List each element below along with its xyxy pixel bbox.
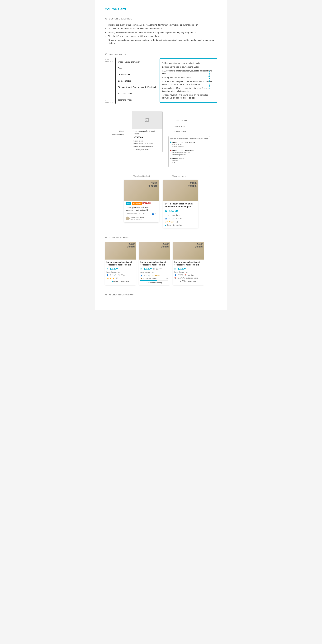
fundraising-pct: 60%: [165, 277, 168, 280]
priority-list: MOSTIMPORTANT LEASTIMPORTANT Image ( Vis…: [105, 58, 156, 104]
person-icon: 👤: [152, 213, 154, 214]
section-01-number: 01.: [105, 18, 108, 20]
info-priority-container: MOSTIMPORTANT LEASTIMPORTANT Image ( Vis…: [105, 58, 217, 104]
progress-bar-fill: [140, 280, 157, 281]
priority-item: Price: [118, 66, 156, 70]
info-type-offline: Offline Course LocationDate: [170, 157, 208, 164]
previous-version-block: [ Previous Version ] 色鉛筆 手感插畫 online sta…: [124, 175, 159, 228]
progress-bar: [140, 280, 168, 281]
wireframe-right-annotations: Image ratio 16:9 Course Name Course Stat…: [165, 113, 210, 133]
prev-course-length: Course length：2 hr 52 min: [126, 212, 146, 215]
annotation-text: Course Status: [174, 130, 186, 133]
wireframe-left-labels: Teacher Student Number: [112, 111, 130, 137]
wireframe-card-image: 🖼: [132, 112, 162, 129]
info-box-title: Different information based on different…: [170, 138, 208, 140]
status-label-1: Online : Start anytime: [113, 280, 129, 283]
section-03-title: COURSE STATUS: [109, 236, 129, 239]
wireframe-student2: Lorem ipsum: [144, 142, 153, 145]
impr-rating: 12: [176, 221, 178, 223]
status-card-1-meta: 👤 712 🕐 2 hr 52 min: [106, 274, 134, 276]
priority-arrow: [115, 58, 116, 104]
info-type-content: Online Course : Start Anytime Course Len…: [172, 141, 195, 148]
info-type-details: Course LengthCourse Feedback: [172, 144, 195, 148]
status-card-1-sub: Lorem ipsum dolor: [106, 271, 134, 274]
status-card-2-price: NT$2,200: [140, 267, 152, 271]
wireframe-card-body: Lorem ipsum dolor sit amet, consec NT$00…: [132, 129, 162, 152]
info-type-fundraising: Online Course : Fundraising Fundraising …: [170, 149, 208, 156]
annotation-line: [165, 126, 173, 126]
impr-course-length: 🕐 2 hr 52 min: [172, 217, 182, 220]
priority-item: Teacher's Name: [118, 92, 156, 96]
info-type-name: Offline Course: [172, 157, 184, 160]
wireframe-section: Teacher Student Number 🖼 Lorem ipsum dol…: [105, 111, 217, 167]
status-card-3-sub: Lorem ipsum dolor: [174, 271, 202, 274]
teacher-avatar: [126, 216, 130, 220]
status-card-3-body: Lorem ipsum dolor sit amet, consectetur …: [173, 260, 204, 284]
person-icon: 👤: [165, 218, 167, 220]
tag-online: online: [126, 202, 131, 205]
impr-student-count: 👤 712: [165, 217, 170, 220]
rating-1: 12: [116, 277, 118, 280]
improved-version-label: [ Improved Version ]: [172, 175, 189, 178]
improved-card: 色鉛筆 手感插畫 Lorem ipsum dolor sit amet, con…: [163, 180, 198, 228]
info-type-name: Online Course : Start Anytime: [172, 141, 195, 144]
teacher-info-block: Lorem ipsum dolor Nulla ut elit massa: [130, 216, 144, 221]
impr-card-subtitle: Lorem ipsum dolor: [165, 214, 196, 216]
impr-status-text: Online : Start anytime: [167, 224, 182, 226]
priority-item: Teacher's Photo: [118, 98, 156, 102]
status-annotation: Course Status: [165, 130, 210, 133]
prev-card-tags: online start anytime NT $2,500: [126, 202, 157, 205]
priority-item: Image ( Visual Impression ): [118, 60, 156, 64]
design-thinking-box: 1. Rearrange info structure from top to …: [160, 58, 217, 102]
impr-status: Online : Start anytime: [165, 224, 196, 226]
section-04: 04. MICRO-INTERACTION: [105, 293, 217, 296]
student-count-3: 22 / 30: [178, 274, 183, 276]
wireframe-student-row: Lorem ipsum Lorem ipsum: [134, 142, 161, 145]
status-card-3-price: NT$2,200: [174, 267, 202, 271]
status-card-2-body: Lorem ipsum dolor sit amet, consectetur …: [139, 260, 170, 286]
previous-card: 色鉛筆 手感插畫 online start anytime NT $2,500 …: [124, 180, 159, 223]
dot-blue: [170, 142, 172, 143]
wireframe-status: Lorem ipsum dolor: [134, 148, 161, 151]
list-item: Visually modify certain info's exposure …: [105, 30, 217, 34]
status-card-offline: 色鉛筆 手感插畫 Lorem ipsum dolor sit amet, con…: [172, 242, 204, 286]
impr-stars-row: ★★★★★ 12: [165, 220, 196, 223]
days-left: 12 days left: [152, 274, 160, 277]
status-label-3: Offline : sign up now: [182, 280, 196, 282]
list-item: 4. Using icon to save more space: [162, 76, 212, 80]
student-line: [124, 134, 130, 135]
wireframe-card: 🖼 Lorem ipsum dolor sit amet, consec NT$…: [132, 111, 162, 152]
course-status-grid: 色鉛筆 手感插畫 Lorem ipsum dolor sit amet, con…: [105, 242, 217, 286]
section-01: 01. DESIGN OBJECTIVE Improve the layout …: [105, 17, 217, 45]
teacher-name: Lorem ipsum dolor: [130, 216, 144, 219]
status-label-2: Online : fundraising: [148, 282, 162, 284]
location-icon: 📍: [184, 274, 186, 276]
status-card-2-title: Lorem ipsum dolor sit amet, consectetur …: [140, 261, 168, 266]
priority-item: Course Status: [118, 79, 156, 83]
status-card-2-image: 色鉛筆 手感插畫: [139, 242, 170, 260]
clock-icon: 🕐: [114, 274, 116, 276]
status-card-2-sub: Lorem ipsum dolor: [140, 271, 168, 274]
student-label: Student Number: [112, 134, 124, 136]
wireframe-teacher-name: Lorem ipsum: [134, 140, 143, 142]
section-04-title: MICRO-INTERACTION: [109, 293, 134, 296]
status-badge-3: Offline : sign up now: [174, 280, 202, 282]
student-label-row: Student Number: [112, 134, 130, 136]
section-03-header: 03. COURSE STATUS: [105, 236, 217, 239]
status-badge-1: Online : Start anytime: [106, 280, 134, 283]
status-card-1-price: NT$2,200: [106, 267, 134, 271]
list-item: Display more variety of course card sect…: [105, 27, 217, 30]
info-type-content: Offline Course LocationDate: [172, 157, 184, 164]
prev-card-body: online start anytime NT $2,500 Lorem ips…: [124, 201, 159, 222]
wireframe-price: NT$0000: [134, 136, 161, 139]
section-01-title: DESIGN OBJECTIVE: [109, 17, 132, 20]
status-dot-blue: [165, 225, 166, 226]
clock-icon: 🕐: [172, 218, 174, 220]
status-dot-3: [180, 281, 181, 282]
priority-item: Course Name: [118, 73, 156, 77]
stars-1: ★★★★★: [106, 277, 114, 280]
page-title: Course Card: [105, 6, 217, 13]
section-02: 02. INFO PRIORITY MOSTIMPORTANT LEASTIMP…: [105, 53, 217, 104]
dot-gray: [170, 158, 172, 159]
status-dot: [134, 150, 134, 150]
